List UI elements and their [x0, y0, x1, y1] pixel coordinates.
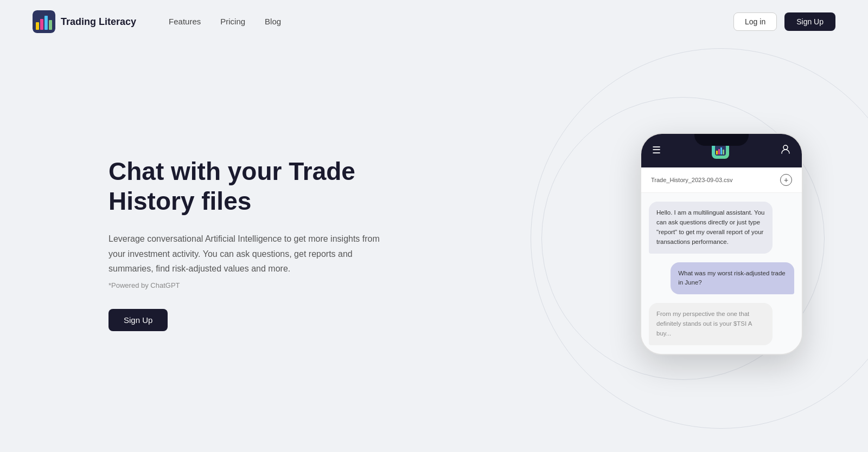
nav-link-features[interactable]: Features: [169, 17, 201, 26]
svg-rect-9: [723, 150, 724, 154]
svg-rect-3: [44, 16, 48, 30]
user-icon: [780, 144, 791, 157]
hero-section: Chat with your Trade History files Lever…: [0, 43, 868, 434]
nav-item-features[interactable]: Features: [169, 17, 201, 27]
file-bar: Trade_History_2023-09-03.csv +: [641, 167, 802, 193]
hero-description: Leverage conversational Artificial Intel…: [108, 231, 391, 276]
nav-links: Features Pricing Blog: [169, 17, 281, 27]
hero-text: Chat with your Trade History files Lever…: [108, 157, 391, 331]
login-button[interactable]: Log in: [733, 12, 777, 31]
nav-link-blog[interactable]: Blog: [265, 17, 281, 26]
hero-title: Chat with your Trade History files: [108, 157, 391, 216]
file-name: Trade_History_2023-09-03.csv: [651, 177, 733, 183]
logo-title: Trading Literacy: [61, 16, 136, 28]
phone-frame: ☰: [640, 133, 803, 354]
hero-powered-by: *Powered by ChatGPT: [108, 281, 391, 289]
phone-notch: [694, 134, 749, 146]
nav-item-blog[interactable]: Blog: [265, 17, 281, 27]
nav-item-pricing[interactable]: Pricing: [220, 17, 245, 27]
signup-nav-button[interactable]: Sign Up: [784, 12, 835, 31]
logo-link[interactable]: Trading Literacy: [33, 10, 136, 33]
chat-area: Hello. I am a multilingual assistant. Yo…: [641, 193, 802, 353]
phone-mockup: ☰: [640, 133, 803, 354]
nav-left: Trading Literacy Features Pricing Blog: [33, 10, 281, 33]
svg-rect-8: [720, 147, 722, 154]
navbar: Trading Literacy Features Pricing Blog L…: [0, 0, 868, 43]
nav-link-pricing[interactable]: Pricing: [220, 17, 245, 26]
chat-bubble-user-1: What was my worst risk-adjusted trade in…: [671, 262, 794, 295]
phone-header: ☰: [641, 134, 802, 167]
chat-bubble-assistant-1: Hello. I am a multilingual assistant. Yo…: [649, 202, 773, 253]
logo-icon: [33, 10, 55, 33]
add-file-button[interactable]: +: [780, 174, 792, 186]
svg-rect-4: [49, 20, 52, 30]
svg-rect-7: [718, 149, 720, 154]
nav-right: Log in Sign Up: [733, 12, 835, 31]
svg-point-10: [783, 145, 788, 150]
svg-rect-2: [40, 19, 43, 30]
svg-rect-1: [36, 22, 39, 30]
svg-rect-6: [716, 151, 718, 154]
signup-hero-button[interactable]: Sign Up: [108, 309, 168, 331]
hamburger-icon: ☰: [652, 145, 661, 155]
chat-bubble-assistant-2: From my perspective the one that definit…: [649, 303, 773, 345]
